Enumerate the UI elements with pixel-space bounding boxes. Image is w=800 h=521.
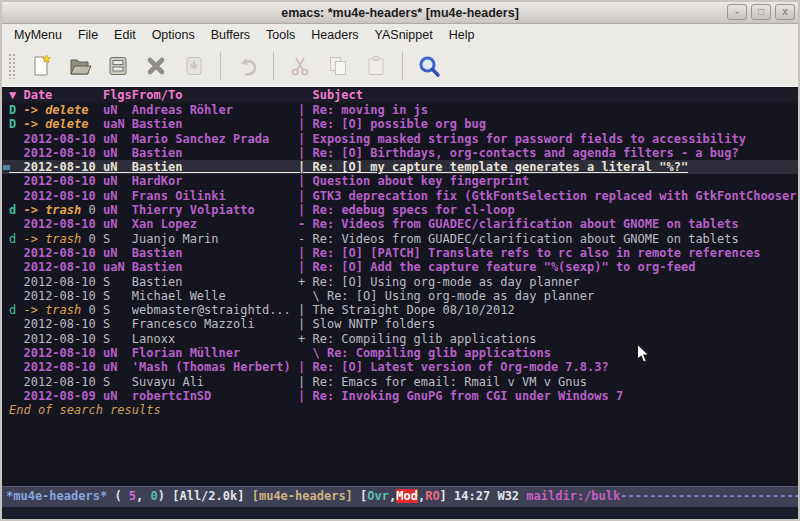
modeline-segment: RO xyxy=(425,489,439,503)
message-row[interactable]: D -> delete uaN Bastien | Re: [O] possib… xyxy=(9,117,798,131)
new-file-button[interactable] xyxy=(26,50,58,82)
message-row[interactable]: 2012-08-10 S Michael Welle \ Re: [O] Usi… xyxy=(9,289,798,303)
message-row[interactable]: 2012-08-10 uN Mario Sanchez Prada | Expo… xyxy=(9,132,798,146)
close-button[interactable] xyxy=(140,50,172,82)
modeline-segment: *mu4e-headers* xyxy=(6,489,107,503)
paste-button xyxy=(360,50,392,82)
message-row[interactable]: 2012-08-10 uN Frans Oilinki | GTK3 depre… xyxy=(9,189,798,203)
toolbar-separator xyxy=(402,52,403,80)
modeline-segment: 0 xyxy=(151,489,158,503)
menu-bar: MyMenuFileEditOptionsBuffersToolsHeaders… xyxy=(2,24,798,45)
copy-button xyxy=(322,50,354,82)
close-icon xyxy=(144,54,168,78)
save-as-button xyxy=(178,50,210,82)
menu-options[interactable]: Options xyxy=(144,26,203,44)
modeline-segment: maildir:/bulk xyxy=(526,489,620,503)
menu-tools[interactable]: Tools xyxy=(258,26,303,44)
window-title: emacs: *mu4e-headers* [mu4e-headers] xyxy=(2,6,798,20)
message-row[interactable]: d -> trash 0 S webmaster@straightd... | … xyxy=(9,303,798,317)
message-row[interactable]: 2012-08-10 uN Bastien | Re: [O] Birthday… xyxy=(9,146,798,160)
modeline-segment: Ovr xyxy=(367,489,389,503)
modeline-segment: Mod xyxy=(396,489,418,503)
message-row[interactable]: 2012-08-10 uN Xan Lopez - Re: Videos fro… xyxy=(9,217,798,231)
paste-icon xyxy=(364,54,388,78)
search-icon xyxy=(417,54,441,78)
headers-column-row[interactable]: ▼ Date FlgsFrom/To Subject xyxy=(2,88,798,103)
message-row[interactable]: 2012-08-10 uN HardKor | Question about k… xyxy=(9,174,798,188)
open-folder-icon xyxy=(68,54,92,78)
modeline-segment: [mu4e-headers] xyxy=(252,489,360,503)
menu-headers[interactable]: Headers xyxy=(303,26,366,44)
menu-yasnippet[interactable]: YASnippet xyxy=(367,26,441,44)
save-as-icon xyxy=(182,54,206,78)
message-row[interactable]: d -> trash 0 uN Thierry Volpiatto | Re: … xyxy=(9,203,798,217)
message-row[interactable]: D -> delete uN Andreas Röhler | Re: movi… xyxy=(9,103,798,117)
undo-button xyxy=(231,50,263,82)
undo-icon xyxy=(235,54,259,78)
title-bar[interactable]: emacs: *mu4e-headers* [mu4e-headers] -□x xyxy=(2,2,798,24)
save-icon xyxy=(106,54,130,78)
message-list: D -> delete uN Andreas Röhler | Re: movi… xyxy=(9,103,798,403)
mu4e-headers-buffer[interactable]: ▼ Date FlgsFrom/To Subject D -> delete u… xyxy=(2,87,798,486)
message-row[interactable]: 2012-08-10 S Lanoxx + Re: Compiling glib… xyxy=(9,332,798,346)
minimize-button[interactable]: - xyxy=(727,4,747,20)
message-row[interactable]: 2012-08-10 uN 'Mash (Thomas Herbert) | R… xyxy=(9,360,798,374)
modeline-segment: W32 xyxy=(497,489,526,503)
open-folder-button[interactable] xyxy=(64,50,96,82)
modeline-segment: 5 xyxy=(129,489,136,503)
toolbar-separator xyxy=(220,52,221,80)
mouse-cursor xyxy=(636,343,651,365)
toolbar-separator xyxy=(273,52,274,80)
toolbar xyxy=(2,45,798,87)
cut-icon xyxy=(288,54,312,78)
save-button[interactable] xyxy=(102,50,134,82)
message-row[interactable]: 2012-08-10 uN Florian Müllner \ Re: Comp… xyxy=(9,346,798,360)
menu-file[interactable]: File xyxy=(70,26,106,44)
message-row[interactable]: 2012-08-09 uN robertcInSD | Re: Invoking… xyxy=(9,389,798,403)
new-file-icon xyxy=(30,54,54,78)
modeline-segment: ( xyxy=(107,489,129,503)
menu-help[interactable]: Help xyxy=(441,26,483,44)
maximize-button[interactable]: □ xyxy=(751,4,771,20)
modeline-segment: 14:27 xyxy=(454,489,497,503)
modeline-segment: [All/2.0k] xyxy=(172,489,251,503)
message-row[interactable]: 2012-08-10 S Bastien + Re: [O] Using org… xyxy=(9,275,798,289)
copy-icon xyxy=(326,54,350,78)
emacs-window: emacs: *mu4e-headers* [mu4e-headers] -□x… xyxy=(0,0,800,521)
modeline-segment: ) xyxy=(158,489,172,503)
modeline-segment: ] xyxy=(440,489,454,503)
menu-buffers[interactable]: Buffers xyxy=(203,26,258,44)
menu-mymenu[interactable]: MyMenu xyxy=(6,26,70,44)
message-row[interactable]: 2012-08-10 uaN Bastien | Re: [O] Add the… xyxy=(9,260,798,274)
message-row[interactable]: d -> trash 0 S Juanjo Marin - Re: Videos… xyxy=(9,232,798,246)
echo-area xyxy=(2,507,798,520)
menu-edit[interactable]: Edit xyxy=(106,26,144,44)
mode-line[interactable]: *mu4e-headers* ( 5, 0) [All/2.0k] [mu4e-… xyxy=(2,486,798,507)
toolbar-drag-handle[interactable] xyxy=(8,53,17,79)
message-row[interactable]: 2012-08-10 uN Bastien | Re: [O] my captu… xyxy=(2,160,798,174)
cut-button xyxy=(284,50,316,82)
close-button[interactable]: x xyxy=(775,4,795,20)
search-button[interactable] xyxy=(413,50,445,82)
end-of-search-note: End of search results xyxy=(9,403,798,417)
message-row[interactable]: 2012-08-10 S Francesco Mazzoli | Slow NN… xyxy=(9,317,798,331)
modeline-segment: , xyxy=(136,489,150,503)
modeline-segment: ----------------------------------------… xyxy=(620,489,798,503)
window-controls: -□x xyxy=(727,4,795,20)
message-row[interactable]: 2012-08-10 uN Bastien | Re: [O] [PATCH] … xyxy=(9,246,798,260)
message-row[interactable]: 2012-08-10 S Suvayu Ali | Re: Emacs for … xyxy=(9,375,798,389)
